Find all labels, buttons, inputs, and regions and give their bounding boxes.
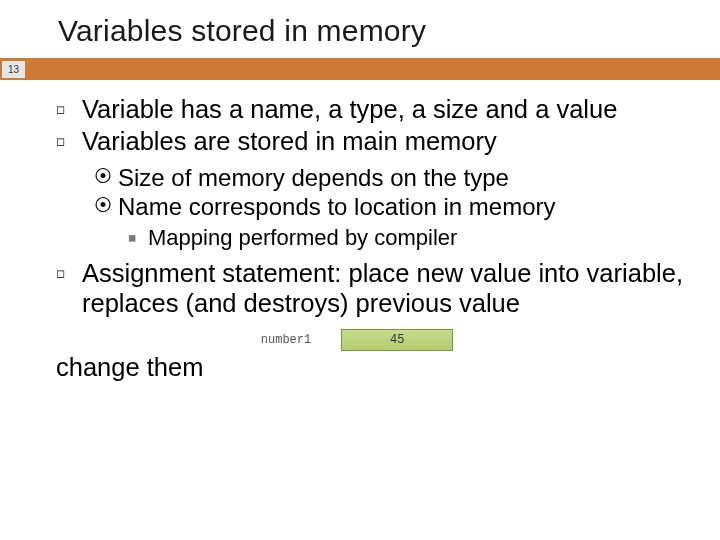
bullet-text: Variable has a name, a type, a size and … <box>82 94 698 124</box>
slide: Variables stored in memory 13 ◻ Variable… <box>0 0 720 540</box>
square-bullet-icon: ◻ <box>56 126 82 156</box>
cutoff-text: change them <box>0 353 720 382</box>
square-bullet-icon: ◻ <box>56 258 82 319</box>
small-square-bullet-icon: ◼ <box>128 225 148 252</box>
bullet-text: Name corresponds to location in memory <box>118 192 698 221</box>
memory-cell: 45 <box>341 329 453 351</box>
memory-value: 45 <box>390 333 404 347</box>
content-area: ◻ Variable has a name, a type, a size an… <box>0 80 720 351</box>
circle-bullet-icon: ⦿ <box>94 192 118 221</box>
square-bullet-icon: ◻ <box>56 94 82 124</box>
sublist: ⦿ Size of memory depends on the type ⦿ N… <box>56 163 698 252</box>
circle-bullet-icon: ⦿ <box>94 163 118 192</box>
bullet-item: ◻ Assignment statement: place new value … <box>56 258 698 319</box>
bullet-item: ◻ Variable has a name, a type, a size an… <box>56 94 698 124</box>
bullet-text: Assignment statement: place new value in… <box>82 258 698 319</box>
bullet-item: ⦿ Name corresponds to location in memory <box>94 192 698 221</box>
bullet-text: Variables are stored in main memory <box>82 126 698 156</box>
slide-title: Variables stored in memory <box>58 14 720 48</box>
title-bar: Variables stored in memory <box>0 0 720 58</box>
page-number-badge: 13 <box>2 61 25 78</box>
bullet-item: ⦿ Size of memory depends on the type <box>94 163 698 192</box>
accent-bar: 13 <box>0 58 720 80</box>
bullet-text: Mapping performed by compiler <box>148 225 698 252</box>
memory-diagram: number1 45 <box>56 329 698 351</box>
memory-label: number1 <box>261 333 311 347</box>
bullet-item: ◼ Mapping performed by compiler <box>128 225 698 252</box>
bullet-item: ◻ Variables are stored in main memory <box>56 126 698 156</box>
subsublist: ◼ Mapping performed by compiler <box>94 225 698 252</box>
bullet-text: Size of memory depends on the type <box>118 163 698 192</box>
